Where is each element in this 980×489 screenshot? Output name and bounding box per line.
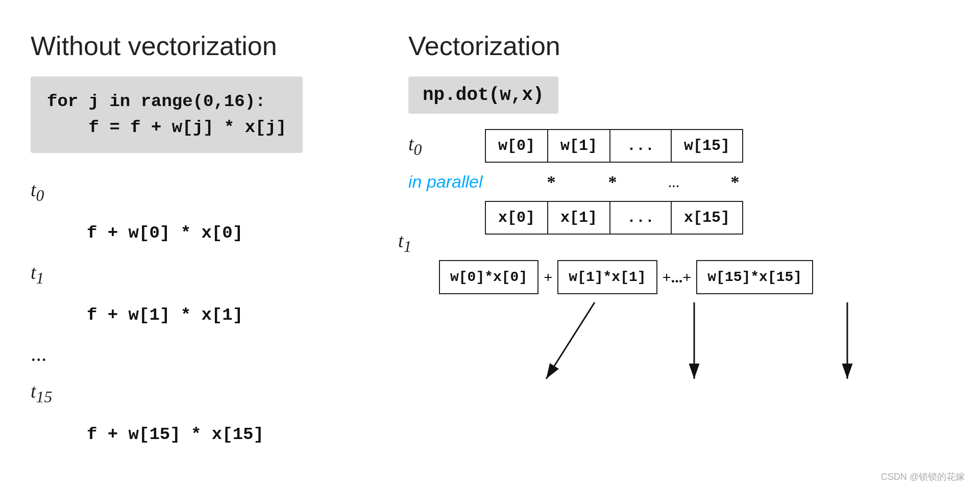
x-array: x[0] x[1] ... x[15] xyxy=(485,201,743,235)
right-title: Vectorization xyxy=(408,31,949,61)
result-row: w[0]*x[0] + w[1]*x[1] +...+ w[15]*x[15] xyxy=(439,260,949,294)
np-dot-code: np.dot(w,x) xyxy=(423,85,544,106)
x-cell-15: x[15] xyxy=(672,201,743,235)
t15-row: t15 xyxy=(31,380,378,406)
w-cell-1: w[1] xyxy=(548,129,610,163)
left-panel: Without vectorization for j in range(0,1… xyxy=(31,20,378,469)
code-block: for j in range(0,16): f = f + w[j] * x[j… xyxy=(31,76,303,153)
t15-code: f + w[15] * x[15] xyxy=(87,425,264,444)
np-dot-block: np.dot(w,x) xyxy=(408,76,558,114)
in-parallel-label: in parallel xyxy=(408,172,521,192)
w-array-section: t0 w[0] w[1] ... w[15] xyxy=(408,129,949,163)
t1-label: t1 xyxy=(31,261,71,288)
t0-label: t0 xyxy=(31,178,71,205)
x-array-wrapper: x[0] x[1] ... x[15] xyxy=(485,201,743,235)
t15-code-row: f + w[15] * x[15] xyxy=(31,425,378,444)
t0-row: t0 xyxy=(31,178,378,205)
result-cell-15: w[15]*x[15] xyxy=(696,260,813,294)
watermark: CSDN @锁锁的花嫁 xyxy=(881,471,965,483)
w-cell-0: w[0] xyxy=(485,129,548,163)
star-dots: ... xyxy=(643,173,704,191)
star-0: * xyxy=(521,172,582,192)
plus-0: + xyxy=(538,269,557,286)
x-cell-0: x[0] xyxy=(485,201,548,235)
t1-code: f + w[1] * x[1] xyxy=(87,305,243,325)
x-array-section: x[0] x[1] ... x[15] xyxy=(408,201,949,235)
dots: ... xyxy=(31,343,378,365)
code-content: for j in range(0,16): f = f + w[j] * x[j… xyxy=(47,89,286,141)
t1-code-row: f + w[1] * x[1] xyxy=(31,305,378,325)
t0-right-label: t0 xyxy=(408,133,449,159)
diagram: t0 w[0] w[1] ... w[15] in parallel xyxy=(408,129,949,294)
t1-right-label: t1 xyxy=(398,229,411,256)
right-panel: Vectorization np.dot(w,x) t0 w[0] w[1] .… xyxy=(378,20,949,469)
w-cell-dots: ... xyxy=(610,129,672,163)
svg-line-1 xyxy=(546,302,595,379)
result-cell-0: w[0]*x[0] xyxy=(439,260,538,294)
x-cell-1: x[1] xyxy=(548,201,610,235)
star-1: * xyxy=(582,172,643,192)
result-cell-1: w[1]*x[1] xyxy=(557,260,657,294)
result-section: t1 w[0]*x[0] + w[1]*x[1] +...+ w[15]*x[1… xyxy=(408,260,949,294)
t15-label: t15 xyxy=(31,380,71,406)
plus-dots: +...+ xyxy=(657,269,697,286)
t0-code: f + w[0] * x[0] xyxy=(87,223,243,243)
star-row: * * ... * xyxy=(521,172,766,192)
left-title: Without vectorization xyxy=(31,31,378,61)
t0-code-row: f + w[0] * x[0] xyxy=(31,223,378,243)
x-cell-dots: ... xyxy=(610,201,672,235)
parallel-row: in parallel * * ... * xyxy=(408,172,949,192)
w-cell-15: w[15] xyxy=(672,129,743,163)
w-array: w[0] w[1] ... w[15] xyxy=(485,129,743,163)
w-array-wrapper: w[0] w[1] ... w[15] xyxy=(485,129,743,163)
t1-row: t1 xyxy=(31,261,378,288)
star-15: * xyxy=(704,172,766,192)
